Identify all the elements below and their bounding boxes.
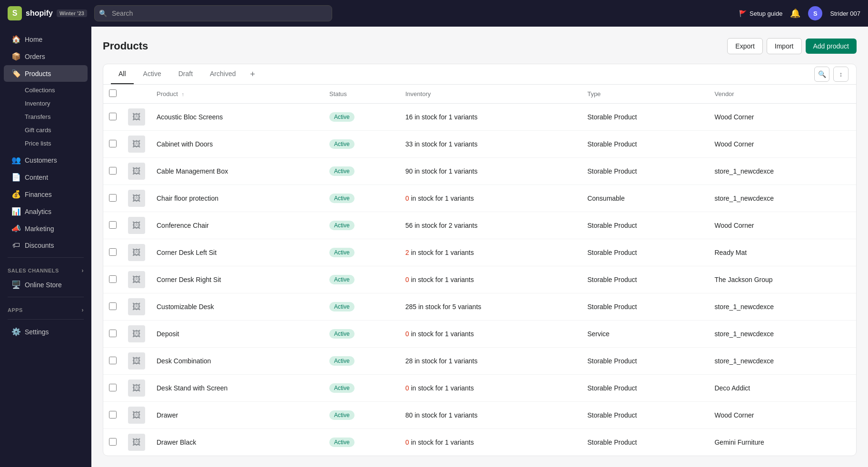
tab-all[interactable]: All [111, 64, 134, 84]
product-name-cell[interactable]: Drawer [151, 402, 324, 429]
product-name: Desk Combination [157, 357, 211, 365]
row-checkbox[interactable] [109, 357, 117, 364]
product-image-cell: 🖼 [122, 375, 151, 402]
product-inventory-cell: 285 in stock for 5 variants [400, 293, 582, 321]
product-name-cell[interactable]: Corner Desk Left Sit [151, 239, 324, 266]
type-col-header: Type [582, 85, 709, 104]
product-name-cell[interactable]: Desk Combination [151, 348, 324, 375]
product-name: Drawer [157, 411, 178, 419]
search-input[interactable] [94, 5, 332, 21]
sidebar-item-marketing[interactable]: 📣 Marketing [4, 220, 88, 237]
sidebar-label-products: Products [25, 70, 51, 78]
sidebar-label-customers: Customers [25, 156, 57, 164]
setup-guide-label: Setup guide [750, 10, 782, 17]
import-button[interactable]: Import [767, 38, 802, 54]
row-checkbox[interactable] [109, 248, 117, 256]
product-inventory-cell: 16 in stock for 1 variants [400, 104, 582, 131]
product-vendor-cell: store_1_newcdexce [709, 158, 856, 185]
product-status-cell: Active [324, 239, 400, 266]
sidebar-label-online-store: Online Store [25, 281, 62, 289]
status-badge: Active [329, 438, 355, 447]
image-placeholder-icon: 🖼 [132, 248, 141, 258]
product-name-cell[interactable]: Conference Chair [151, 212, 324, 239]
tab-archived[interactable]: Archived [202, 64, 243, 84]
status-badge: Active [329, 112, 355, 122]
product-inventory-cell: 0 in stock for 1 variants [400, 375, 582, 402]
sidebar-item-products[interactable]: 🏷️ Products [4, 65, 88, 82]
product-name-cell[interactable]: Acoustic Bloc Screens [151, 104, 324, 131]
product-name-cell[interactable]: Deposit [151, 321, 324, 348]
select-all-checkbox[interactable] [109, 89, 117, 97]
row-checkbox[interactable] [109, 384, 117, 391]
row-checkbox[interactable] [109, 221, 117, 229]
product-type-cell: Storable Product [582, 104, 709, 131]
sidebar-item-inventory[interactable]: Inventory [4, 97, 88, 110]
add-tab-button[interactable]: + [246, 66, 260, 83]
product-vendor-cell: Deco Addict [709, 375, 856, 402]
product-inventory-cell: 0 in stock for 1 variants [400, 429, 582, 456]
row-checkbox[interactable] [109, 411, 117, 418]
setup-guide-button[interactable]: 🚩 Setup guide [739, 10, 782, 17]
sidebar-item-orders[interactable]: 📦 Orders [4, 48, 88, 65]
sidebar-item-content[interactable]: 📄 Content [4, 169, 88, 185]
row-checkbox[interactable] [109, 302, 117, 310]
top-nav-right: 🚩 Setup guide 🔔 S Strider 007 [739, 6, 860, 20]
product-name-cell[interactable]: Chair floor protection [151, 185, 324, 212]
product-thumbnail: 🖼 [128, 407, 145, 424]
notification-icon[interactable]: 🔔 [790, 8, 800, 19]
sidebar-item-discounts[interactable]: 🏷 Discounts [4, 237, 88, 253]
sidebar-item-home[interactable]: 🏠 Home [4, 31, 88, 48]
row-checkbox[interactable] [109, 438, 117, 446]
row-checkbox[interactable] [109, 167, 117, 175]
product-name-cell[interactable]: Desk Stand with Screen [151, 375, 324, 402]
tabs-row: All Active Draft Archived + 🔍 ↕ [103, 64, 856, 85]
product-thumbnail: 🖼 [128, 298, 145, 315]
status-badge: Active [329, 194, 355, 203]
export-button[interactable]: Export [727, 38, 762, 54]
product-status-cell: Active [324, 293, 400, 321]
search-filter-button[interactable]: 🔍 [814, 67, 829, 82]
product-name-cell[interactable]: Cable Management Box [151, 158, 324, 185]
product-name-cell[interactable]: Cabinet with Doors [151, 131, 324, 158]
product-vendor-cell: store_1_newcdexce [709, 293, 856, 321]
product-col-header[interactable]: Product ↑ [151, 85, 324, 104]
product-type-cell: Storable Product [582, 429, 709, 456]
product-name-cell[interactable]: Corner Desk Right Sit [151, 266, 324, 293]
product-image-cell: 🖼 [122, 158, 151, 185]
table-row: 🖼 Conference Chair Active 56 in stock fo… [103, 212, 856, 239]
row-checkbox[interactable] [109, 330, 117, 337]
image-placeholder-icon: 🖼 [132, 275, 141, 285]
product-name-cell[interactable]: Customizable Desk [151, 293, 324, 321]
sales-channels-label: Sales channels › [0, 262, 91, 276]
sidebar-item-analytics[interactable]: 📊 Analytics [4, 203, 88, 220]
brand-logo[interactable]: S shopify Winter '23 [8, 6, 89, 20]
user-name[interactable]: Strider 007 [830, 10, 860, 17]
row-checkbox-cell [103, 185, 122, 212]
sort-button[interactable]: ↕ [833, 67, 848, 82]
sidebar-item-finances[interactable]: 💰 Finances [4, 186, 88, 203]
tab-active[interactable]: Active [136, 64, 169, 84]
page-title: Products [103, 40, 148, 52]
settings-icon: ⚙️ [11, 327, 21, 336]
product-name-cell[interactable]: Drawer Black [151, 429, 324, 456]
row-checkbox[interactable] [109, 113, 117, 120]
row-checkbox[interactable] [109, 194, 117, 202]
sidebar-item-transfers[interactable]: Transfers [4, 110, 88, 123]
product-vendor-cell: Gemini Furniture [709, 429, 856, 456]
sidebar-item-settings[interactable]: ⚙️ Settings [4, 323, 88, 340]
sidebar-item-gift-cards[interactable]: Gift cards [4, 124, 88, 136]
sidebar-item-collections[interactable]: Collections [4, 84, 88, 97]
shopify-icon: S [8, 6, 22, 20]
tab-draft[interactable]: Draft [171, 64, 200, 84]
row-checkbox[interactable] [109, 140, 117, 147]
flag-icon: 🚩 [739, 10, 747, 17]
add-product-button[interactable]: Add product [806, 39, 857, 54]
sidebar-item-online-store[interactable]: 🖥️ Online Store [4, 276, 88, 293]
sidebar-label-orders: Orders [25, 53, 45, 60]
product-thumbnail: 🖼 [128, 190, 145, 207]
sidebar-item-price-lists[interactable]: Price lists [4, 137, 88, 150]
row-checkbox[interactable] [109, 275, 117, 283]
product-status-cell: Active [324, 429, 400, 456]
image-placeholder-icon: 🖼 [132, 438, 141, 448]
sidebar-item-customers[interactable]: 👥 Customers [4, 152, 88, 168]
